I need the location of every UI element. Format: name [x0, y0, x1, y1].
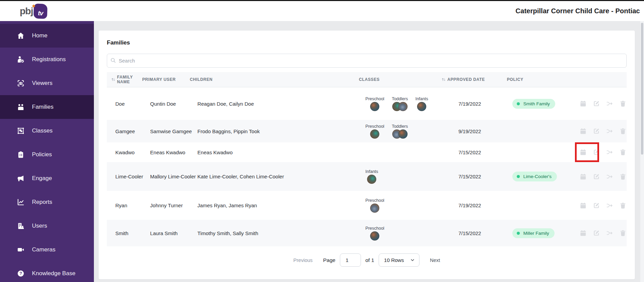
sidebar-item-label: Policies: [32, 151, 52, 158]
merge-button[interactable]: [606, 148, 613, 156]
sidebar-item-viewers[interactable]: Viewers: [0, 71, 94, 95]
sidebar-item-users[interactable]: Users: [0, 214, 94, 238]
calendar-button[interactable]: [579, 148, 587, 156]
classes-cell: Infants: [360, 169, 447, 184]
actions-cell: [579, 100, 627, 107]
sidebar-item-knowledge-base[interactable]: ?Knowledge Base: [0, 262, 94, 282]
sidebar-nav: HomeRegistrationsViewersFamiliesClassesP…: [0, 21, 94, 282]
pbj-tv-logo[interactable]: pbj tv: [20, 4, 47, 19]
class-avatar: [367, 175, 376, 184]
calendar-button[interactable]: [579, 127, 587, 135]
delete-button[interactable]: [619, 202, 627, 209]
calendar-icon: [579, 148, 587, 156]
family-name-cell: Smith: [115, 230, 150, 236]
policy-badge[interactable]: Smith Family: [512, 99, 555, 109]
family-name-cell: Lime-Cooler: [115, 174, 150, 179]
logo-tv-badge: tv: [33, 3, 48, 19]
delete-button[interactable]: [619, 127, 627, 135]
table-header: FAMILY NAMEPRIMARY USERCHILDRENCLASSESAP…: [107, 72, 627, 87]
edit-button[interactable]: [593, 173, 600, 180]
sidebar-item-cameras[interactable]: Cameras: [0, 238, 94, 262]
merge-button[interactable]: [606, 202, 613, 209]
table-row-smith: SmithLaura SmithTimothy Smith, Sally Smi…: [107, 220, 627, 246]
delete-button[interactable]: [619, 173, 627, 180]
page-number-input[interactable]: [340, 253, 361, 267]
class-group-infants: Infants: [415, 96, 428, 111]
sidebar-item-engage[interactable]: Engage: [0, 166, 94, 190]
main-content: Families FAMILY NAMEPRIMARY USERCHILDREN…: [94, 21, 644, 282]
search-input[interactable]: [107, 54, 627, 68]
family-name-cell: Ryan: [115, 202, 150, 208]
calendar-button[interactable]: [579, 173, 587, 180]
page-scrollbar[interactable]: [640, 21, 644, 282]
class-label: Preschool: [365, 124, 384, 129]
scrollbar-thumb[interactable]: [641, 23, 643, 155]
primary-user-cell: Quntin Doe: [150, 101, 197, 107]
sidebar-item-classes[interactable]: Classes: [0, 119, 94, 143]
sort-icon[interactable]: [441, 77, 446, 82]
actions-cell: [579, 148, 627, 156]
rows-per-page-select[interactable]: 10 Rows: [379, 253, 419, 267]
edit-button[interactable]: [593, 229, 600, 237]
merge-button[interactable]: [606, 229, 613, 237]
primary-user-cell: Mallory Lime-Cooler: [150, 174, 197, 179]
policy-cell: Miller Family: [512, 228, 579, 238]
merge-icon: [606, 100, 613, 107]
calendar-button[interactable]: [579, 100, 587, 107]
column-header-label: CHILDREN: [190, 77, 213, 82]
families-icon: [17, 103, 25, 111]
sidebar-item-policies[interactable]: Policies: [0, 143, 94, 166]
edit-button[interactable]: [593, 202, 600, 209]
class-label: Toddlers: [392, 124, 408, 129]
edit-button[interactable]: [593, 148, 600, 156]
previous-page-button[interactable]: Previous: [293, 258, 312, 263]
sidebar-item-label: Families: [32, 104, 53, 110]
column-header-primary-user: PRIMARY USER: [142, 77, 190, 82]
class-label: Preschool: [365, 226, 384, 231]
class-avatar: [417, 102, 426, 111]
merge-button[interactable]: [606, 173, 613, 180]
column-header-children: CHILDREN: [190, 77, 354, 82]
edit-button[interactable]: [593, 100, 600, 107]
page-title: Families: [107, 39, 627, 46]
viewers-icon: [17, 79, 25, 87]
reports-icon: [17, 198, 25, 206]
table-row-ryan: RyanJohnny TurnerJames Ryan, James RyanP…: [107, 191, 627, 220]
classes-cell: Preschool: [360, 226, 447, 241]
delete-button[interactable]: [619, 100, 627, 107]
approved-date-cell: 9/19/2022: [447, 128, 512, 134]
calendar-button[interactable]: [579, 202, 587, 209]
table-row-doe: DoeQuntin DoeReagan Doe, Cailyn DoePresc…: [107, 87, 627, 120]
delete-button[interactable]: [619, 148, 627, 156]
classes-cell: PreschoolToddlers: [360, 124, 447, 139]
class-group-infants: Infants: [365, 169, 378, 184]
policy-cell: Lime-Cooler's: [512, 172, 579, 181]
calendar-button[interactable]: [579, 229, 587, 237]
delete-icon: [619, 202, 627, 209]
sort-icon[interactable]: [111, 77, 116, 82]
column-header-family-name[interactable]: FAMILY NAME: [111, 75, 142, 84]
logo-text: pbj: [20, 6, 33, 17]
actions-cell: [579, 127, 627, 135]
approved-date-cell: 7/19/2022: [447, 101, 512, 107]
children-cell: Reagan Doe, Cailyn Doe: [197, 101, 360, 107]
class-avatar: [398, 102, 408, 111]
sidebar-item-home[interactable]: Home: [0, 24, 94, 48]
next-page-button[interactable]: Next: [430, 258, 440, 263]
column-header-approved-date[interactable]: APPROVED DATE: [441, 77, 507, 82]
policy-badge[interactable]: Lime-Cooler's: [512, 172, 557, 181]
merge-button[interactable]: [606, 127, 613, 135]
merge-button[interactable]: [606, 100, 613, 107]
edit-button[interactable]: [593, 127, 600, 135]
delete-button[interactable]: [619, 229, 627, 237]
sidebar-item-reports[interactable]: Reports: [0, 190, 94, 214]
sidebar-item-registrations[interactable]: Registrations: [0, 48, 94, 71]
sidebar-item-families[interactable]: Families: [0, 95, 94, 119]
class-group-preschool: Preschool: [365, 226, 384, 241]
policy-badge[interactable]: Miller Family: [512, 228, 555, 238]
sidebar-item-label: Engage: [32, 175, 52, 182]
chevron-down-icon: [410, 258, 415, 263]
calendar-icon: [579, 229, 587, 237]
policy-badge-label: Smith Family: [523, 101, 550, 106]
sidebar-item-label: Classes: [32, 127, 52, 134]
